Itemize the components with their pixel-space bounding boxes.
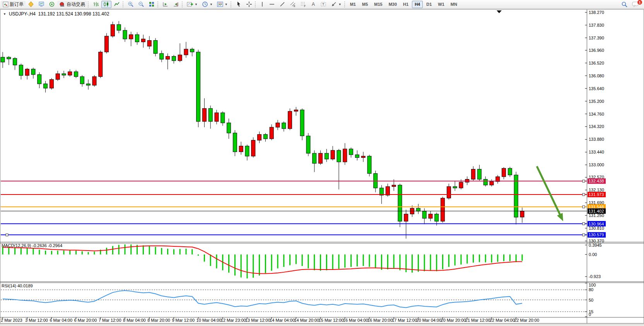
autotrade-label: 自动交易	[67, 1, 85, 8]
timeframe-group: M1M5M15M30H1H4D1W1MN	[347, 1, 460, 8]
svg-text:80: 80	[589, 287, 593, 292]
svg-text:21 Mar 12:00: 21 Mar 12:00	[465, 318, 490, 323]
chart-svg[interactable]: 138.270137.830137.390136.960136.520136.0…	[0, 0, 644, 326]
svg-text:50: 50	[589, 298, 593, 302]
svg-text:0.3945: 0.3945	[589, 243, 602, 247]
tile-windows-button[interactable]	[147, 1, 157, 8]
svg-text:134.760: 134.760	[589, 112, 604, 116]
auto-scroll-button[interactable]	[161, 1, 171, 8]
search-button[interactable]	[619, 1, 630, 8]
svg-text:135.640: 135.640	[589, 86, 604, 91]
candlestick-chart-button[interactable]	[101, 1, 111, 8]
autotrade-icon	[59, 2, 65, 7]
monitor-chart-icon	[38, 1, 44, 7]
svg-text:6 Mar 20:00: 6 Mar 20:00	[74, 318, 97, 323]
svg-text:13 Mar 12:00: 13 Mar 12:00	[245, 318, 270, 323]
search-icon	[621, 1, 628, 8]
chart-shift-button[interactable]	[171, 1, 181, 8]
dropdown-caret-icon: ▼	[195, 3, 198, 6]
svg-text:131.250: 131.250	[589, 213, 604, 218]
timeframe-d1[interactable]: D1	[424, 1, 434, 8]
timeframe-m1[interactable]: M1	[347, 1, 359, 8]
timeframe-w1[interactable]: W1	[435, 1, 447, 8]
toolbar-grip	[255, 2, 256, 7]
svg-text:2 Mar 2023: 2 Mar 2023	[1, 318, 22, 323]
svg-text:137.390: 137.390	[589, 36, 604, 40]
charts-button[interactable]	[26, 1, 36, 8]
svg-text:0: 0	[589, 312, 591, 317]
svg-text:134.320: 134.320	[589, 124, 604, 129]
chevron-down-icon: ▼	[3, 12, 6, 16]
text-icon: A	[311, 1, 316, 7]
svg-text:133.440: 133.440	[589, 150, 604, 154]
crosshair-icon	[246, 1, 252, 7]
trendline-icon	[279, 1, 285, 7]
zoom-out-button[interactable]	[136, 1, 146, 8]
toolbar-grip	[344, 2, 346, 7]
toolbar-grip	[157, 2, 159, 7]
timeframe-h4[interactable]: H4	[412, 1, 423, 8]
timeframe-h1[interactable]: H1	[400, 1, 411, 8]
cursor-button[interactable]	[234, 1, 244, 8]
dropdown-caret-icon: ▼	[225, 3, 228, 6]
arrows-icon	[331, 1, 337, 7]
toolbar-grip	[88, 2, 89, 7]
indicators-button[interactable]: ▼	[185, 1, 200, 8]
vertical-line-button[interactable]	[258, 1, 266, 8]
text-button[interactable]: A	[309, 1, 318, 8]
chat-button[interactable]: 1	[630, 1, 641, 8]
svg-text:138.270: 138.270	[589, 10, 604, 15]
svg-text:8 Mar 20:00: 8 Mar 20:00	[147, 318, 170, 323]
svg-text:0.00: 0.00	[589, 252, 597, 257]
arrows-button[interactable]: ▼	[329, 1, 343, 8]
line-chart-icon	[114, 1, 120, 7]
svg-text:15 Mar 12:00: 15 Mar 12:00	[319, 318, 344, 323]
template-icon	[217, 1, 223, 7]
svg-text:16 Mar 04:00: 16 Mar 04:00	[343, 318, 368, 323]
svg-text:3 Mar 12:00: 3 Mar 12:00	[25, 318, 48, 323]
timeframe-mn[interactable]: MN	[448, 1, 460, 8]
templates-button[interactable]: ▼	[215, 1, 230, 8]
new-order-label: 新订单	[10, 1, 24, 8]
timeframe-m15[interactable]: M15	[371, 1, 385, 8]
chart-title: ▼ USDJPY-,H4 131.192 131.524 130.998 131…	[3, 11, 109, 17]
horizontal-line-button[interactable]	[267, 1, 277, 8]
timeframe-m30[interactable]: M30	[386, 1, 400, 8]
fibonacci-icon: F	[300, 1, 306, 7]
svg-text:137.830: 137.830	[589, 23, 604, 27]
timeframe-m5[interactable]: M5	[359, 1, 371, 8]
autotrade-button[interactable]: 自动交易	[57, 1, 87, 8]
svg-text:133.880: 133.880	[589, 137, 604, 142]
crosshair-button[interactable]	[244, 1, 254, 8]
dropdown-caret-icon: ▼	[210, 3, 213, 6]
svg-text:A: A	[312, 2, 315, 7]
svg-text:20 Mar 04:00: 20 Mar 04:00	[416, 318, 441, 323]
svg-text:135.200: 135.200	[589, 99, 604, 104]
signal-icon	[49, 1, 55, 7]
bar-chart-button[interactable]	[91, 1, 101, 8]
channel-button[interactable]: E	[288, 1, 298, 8]
chat-badge: 1	[637, 0, 642, 5]
profiles-button[interactable]	[36, 1, 46, 8]
svg-text:12 Mar 23:00: 12 Mar 23:00	[221, 318, 246, 323]
text-label-button[interactable]: T	[318, 1, 328, 8]
candlestick-icon	[103, 1, 109, 7]
trendline-button[interactable]	[277, 1, 287, 8]
svg-text:136.960: 136.960	[589, 48, 604, 53]
new-order-button[interactable]: 新订单	[1, 1, 26, 8]
chart-symbol-period: USDJPY-,H4	[9, 11, 36, 17]
indicators-icon	[187, 1, 193, 7]
svg-text:20 Mar 20:00: 20 Mar 20:00	[441, 318, 466, 323]
signals-button[interactable]	[47, 1, 57, 8]
periods-button[interactable]: ▼	[200, 1, 215, 8]
line-chart-button[interactable]	[112, 1, 122, 8]
vertical-line-icon	[260, 1, 265, 7]
svg-text:130.810: 130.810	[589, 226, 604, 230]
zoom-out-icon	[138, 1, 144, 7]
zoom-in-button[interactable]	[126, 1, 136, 8]
svg-text:136.520: 136.520	[589, 61, 604, 65]
clock-icon	[202, 1, 208, 7]
fibonacci-button[interactable]: F	[298, 1, 308, 8]
svg-text:131.402: 131.402	[589, 209, 604, 213]
svg-text:132.438: 132.438	[589, 179, 604, 183]
